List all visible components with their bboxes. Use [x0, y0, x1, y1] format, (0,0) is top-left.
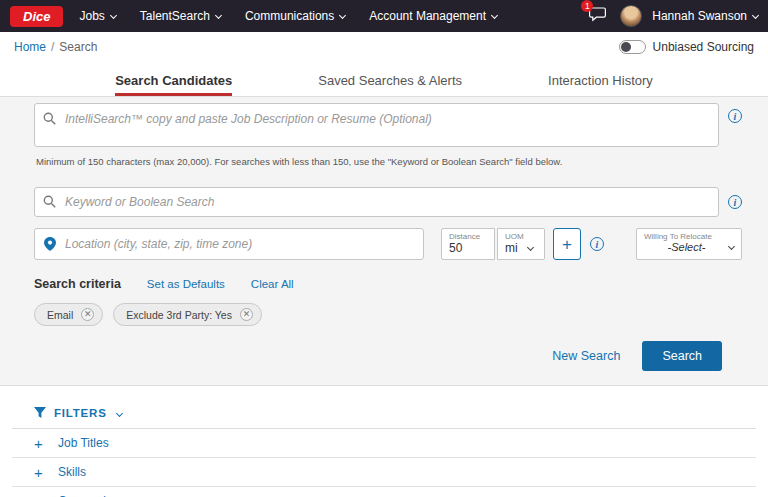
location-input[interactable]: [34, 228, 424, 260]
filter-item-label: Skills: [58, 465, 86, 479]
plus-icon: [34, 465, 49, 480]
uom-label: UOM: [505, 232, 537, 241]
chevron-down-icon: [728, 242, 735, 249]
chip-close-icon[interactable]: [81, 308, 94, 321]
filter-chip-exclude-3rd-party: Exclude 3rd Party: Yes: [113, 303, 262, 326]
breadcrumb-separator: /: [51, 40, 54, 54]
chevron-down-icon: [752, 11, 759, 18]
new-search-link[interactable]: New Search: [552, 349, 620, 363]
chevron-down-icon: [110, 11, 117, 18]
keyword-input[interactable]: [34, 187, 719, 217]
keyword-info-icon[interactable]: i: [728, 195, 742, 209]
chip-close-icon[interactable]: [240, 308, 253, 321]
set-as-defaults-link[interactable]: Set as Defaults: [147, 278, 225, 290]
nav-item-label: Account Management: [369, 9, 486, 23]
keyword-row: i: [34, 187, 742, 217]
distance-value: 50: [449, 241, 487, 255]
filter-item-companies[interactable]: Companies: [12, 487, 756, 497]
nav-item-talentsearch[interactable]: TalentSearch: [140, 9, 221, 23]
toggle-knob: [621, 42, 631, 52]
search-criteria-label: Search criteria: [34, 277, 121, 291]
navbar-right: 1 Hannah Swanson: [585, 4, 758, 29]
chevron-down-icon: [116, 409, 123, 416]
intellisearch-input[interactable]: [34, 103, 719, 147]
chip-label: Email: [47, 309, 73, 321]
willing-to-relocate-select[interactable]: Willing To Relocate -Select-: [636, 228, 742, 260]
uom-value: mi: [505, 241, 518, 255]
avatar[interactable]: [620, 5, 642, 27]
chevron-down-icon: [527, 243, 534, 250]
criteria-row: Search criteria Set as Defaults Clear Al…: [34, 277, 742, 291]
location-info-icon[interactable]: i: [590, 237, 604, 251]
unbiased-sourcing-label: Unbiased Sourcing: [653, 40, 754, 54]
breadcrumb: Home / Search Unbiased Sourcing: [0, 32, 768, 62]
chevron-down-icon: [339, 11, 346, 18]
plus-icon: [34, 436, 49, 451]
unbiased-sourcing-toggle[interactable]: [619, 40, 646, 54]
notifications-button[interactable]: 1: [585, 4, 610, 29]
search-panel: i Minimum of 150 characters (max 20,000)…: [0, 97, 768, 386]
nav-item-communications[interactable]: Communications: [245, 9, 345, 23]
intellisearch-info-icon[interactable]: i: [728, 109, 742, 123]
filter-item-job-titles[interactable]: Job Titles: [12, 429, 756, 458]
tab-bar: Search Candidates Saved Searches & Alert…: [0, 62, 768, 97]
nav-item-jobs[interactable]: Jobs: [79, 9, 115, 23]
unbiased-sourcing-control: Unbiased Sourcing: [619, 40, 754, 54]
tab-interaction-history[interactable]: Interaction History: [548, 62, 653, 96]
search-button[interactable]: Search: [642, 341, 722, 371]
chevron-down-icon: [215, 11, 222, 18]
relocate-value: -Select-: [644, 241, 729, 253]
funnel-icon: [34, 407, 46, 419]
user-menu[interactable]: Hannah Swanson: [652, 9, 758, 23]
location-pin-icon: [44, 237, 56, 251]
distance-field[interactable]: Distance 50: [441, 228, 495, 260]
actions-row: New Search Search: [34, 341, 742, 371]
filter-item-skills[interactable]: Skills: [12, 458, 756, 487]
user-name: Hannah Swanson: [652, 9, 747, 23]
filters-label: FILTERS: [54, 407, 107, 419]
breadcrumb-home[interactable]: Home: [14, 40, 46, 54]
keyword-field: [34, 187, 719, 217]
nav-item-label: Jobs: [79, 9, 104, 23]
distance-label: Distance: [449, 232, 487, 241]
top-navbar: Dice Jobs TalentSearch Communications Ac…: [0, 0, 768, 32]
search-icon: [43, 195, 56, 208]
intellisearch-help-text: Minimum of 150 characters (max 20,000). …: [36, 156, 742, 167]
filter-item-label: Job Titles: [58, 436, 109, 450]
relocate-label: Willing To Relocate: [644, 232, 734, 241]
nav-item-label: TalentSearch: [140, 9, 210, 23]
clear-all-link[interactable]: Clear All: [251, 278, 294, 290]
plus-icon: [34, 494, 49, 497]
location-row: Distance 50 UOM mi + i Willing To Reloca…: [34, 228, 742, 260]
intellisearch-row: i: [34, 103, 742, 151]
nav-item-label: Communications: [245, 9, 334, 23]
main-nav: Jobs TalentSearch Communications Account…: [79, 9, 497, 23]
filter-chip-email: Email: [34, 303, 103, 326]
filters-section: FILTERS Job Titles Skills Companies: [0, 398, 768, 497]
chip-label: Exclude 3rd Party: Yes: [126, 309, 232, 321]
chevron-down-icon: [491, 11, 498, 18]
tab-search-candidates[interactable]: Search Candidates: [115, 62, 232, 96]
intellisearch-field: [34, 103, 719, 151]
filters-header[interactable]: FILTERS: [12, 398, 756, 429]
location-field: [34, 228, 424, 260]
tab-saved-searches[interactable]: Saved Searches & Alerts: [318, 62, 462, 96]
nav-item-account-management[interactable]: Account Management: [369, 9, 497, 23]
search-icon: [43, 112, 56, 125]
add-location-button[interactable]: +: [553, 228, 581, 260]
breadcrumb-current: Search: [59, 40, 97, 54]
criteria-chips: Email Exclude 3rd Party: Yes: [34, 303, 742, 326]
uom-select[interactable]: UOM mi: [497, 228, 545, 260]
dice-logo[interactable]: Dice: [10, 6, 63, 27]
notification-badge: 1: [581, 0, 593, 12]
